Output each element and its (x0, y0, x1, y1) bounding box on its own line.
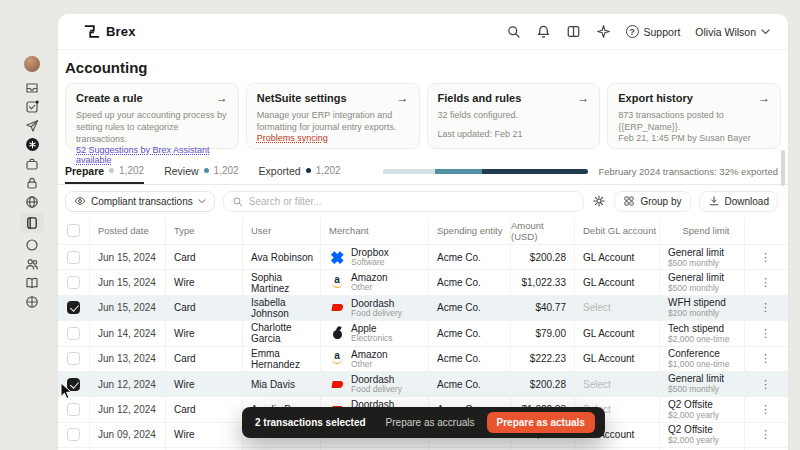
magnifier-icon (232, 196, 243, 207)
row-checkbox[interactable] (67, 403, 80, 416)
progress-caption: February 2024 transactions: 32% exported (598, 166, 778, 177)
search-input[interactable] (249, 196, 576, 207)
tab-exported[interactable]: Exported1,202 (259, 159, 341, 184)
limit-name: Tech stipend (668, 323, 724, 334)
kebab-menu-icon[interactable]: ⋮ (760, 353, 771, 364)
tab-prepare[interactable]: Prepare1,202 (65, 159, 144, 184)
card-export-history[interactable]: Export history→ 873 transactions posted … (607, 83, 781, 149)
arrow-right-icon[interactable]: → (397, 92, 409, 104)
notifications-bell-icon[interactable] (536, 24, 551, 39)
team-icon[interactable] (21, 256, 43, 271)
table-row[interactable]: Jun 14, 2024 Wire Charlotte Garcia Apple… (58, 321, 788, 346)
table-row[interactable]: Jun 12, 2024 Wire Mia Davis DoordashFood… (58, 372, 788, 397)
gl-account-select[interactable]: GL Account (575, 270, 660, 294)
row-checkbox[interactable] (67, 301, 80, 314)
filter-chip-label: Compliant transactions (91, 196, 193, 207)
merchant-cell: AmazonOther (321, 347, 429, 371)
tab-status-dot (109, 168, 114, 173)
gl-account-select[interactable]: Select (575, 372, 660, 396)
arrow-right-icon[interactable]: → (216, 92, 228, 104)
compliant-transactions-filter[interactable]: Compliant transactions (65, 191, 215, 212)
kebab-menu-icon[interactable]: ⋮ (760, 252, 771, 263)
actions-cell: ⋮ (745, 397, 786, 421)
table-row[interactable]: Jun 15, 2024 Card Isabella Johnson Doord… (58, 296, 788, 321)
type-cell: Card (166, 296, 243, 320)
send-icon[interactable] (21, 118, 43, 133)
search-filter-box[interactable] (223, 191, 585, 212)
column-debit-gl-account[interactable]: Debit GL account (575, 217, 660, 244)
spend-limit-cell: General limit$500 monthly (660, 372, 745, 396)
column-user[interactable]: User (243, 217, 321, 244)
globe-icon[interactable] (21, 194, 43, 209)
gl-account-select[interactable]: Select (575, 296, 660, 320)
briefcase-icon[interactable] (21, 156, 43, 171)
card-netsuite-settings[interactable]: NetSuite settings→ Manage your ERP integ… (246, 83, 420, 149)
ring-icon[interactable] (21, 237, 43, 252)
gl-account-select[interactable]: GL Account (575, 245, 660, 269)
kebab-menu-icon[interactable]: ⋮ (760, 404, 771, 415)
actions-cell: ⋮ (745, 423, 786, 447)
arrow-right-icon[interactable]: → (577, 92, 589, 104)
checkbox-cell (58, 372, 90, 396)
workspace-avatar-icon[interactable] (21, 137, 43, 152)
card-create-a-rule[interactable]: Create a rule→ Speed up your accounting … (65, 83, 239, 149)
column-type[interactable]: Type (166, 217, 243, 244)
problems-syncing-link[interactable]: Problems syncing (257, 133, 409, 143)
support-button[interactable]: ? Support (626, 25, 681, 38)
reader-icon[interactable] (566, 24, 581, 39)
user-avatar[interactable] (24, 56, 40, 72)
column-spending-entity[interactable]: Spending entity (429, 217, 511, 244)
gl-account-select[interactable]: GL Account (575, 321, 660, 345)
row-checkbox[interactable] (67, 276, 80, 289)
scrollbar-thumb[interactable] (781, 150, 785, 186)
tab-status-dot (306, 168, 311, 173)
column-spend-limit[interactable]: Spend limit (660, 217, 745, 244)
table-row[interactable]: Jun 15, 2024 Wire Sophia Martinez Amazon… (58, 270, 788, 295)
row-checkbox[interactable] (67, 352, 80, 365)
sparkle-icon[interactable] (596, 24, 611, 39)
progress-segment (435, 169, 482, 174)
table-row[interactable]: Jun 13, 2024 Card Emma Hernandez AmazonO… (58, 347, 788, 372)
kebab-menu-icon[interactable]: ⋮ (760, 328, 771, 339)
search-icon[interactable] (506, 24, 521, 39)
spend-limit-cell: Tech stipend$2,000 one-time (660, 321, 745, 345)
column-amount[interactable]: Amount (USD) (511, 217, 575, 244)
prepare-as-accruals-button[interactable]: Prepare as accruals (386, 417, 475, 428)
row-checkbox[interactable] (67, 428, 80, 441)
group-by-button[interactable]: Group by (614, 191, 690, 212)
limit-name: WFH stipend (668, 297, 726, 308)
column-merchant[interactable]: Merchant (321, 217, 429, 244)
limit-amount: $500 monthly (668, 259, 719, 268)
arrow-right-icon[interactable]: → (758, 92, 770, 104)
card-fields-and-rules[interactable]: Fields and rules→ 32 fields configured. … (427, 83, 601, 149)
row-checkbox[interactable] (67, 251, 80, 264)
row-checkbox[interactable] (67, 378, 80, 391)
brex-logo[interactable]: Brex (84, 24, 136, 39)
inbox-icon[interactable] (21, 80, 43, 95)
row-checkbox[interactable] (67, 327, 80, 340)
prepare-as-actuals-button[interactable]: Prepare as actuals (487, 412, 595, 433)
book-open-icon[interactable] (21, 275, 43, 290)
actions-cell: ⋮ (745, 372, 786, 396)
select-all-checkbox[interactable] (67, 224, 80, 237)
gl-account-select[interactable]: GL Account (575, 347, 660, 371)
posted-date-cell: Jun 13, 2024 (90, 347, 166, 371)
lock-icon[interactable] (21, 175, 43, 190)
tab-review[interactable]: Review1,202 (164, 159, 238, 184)
user-menu[interactable]: Olivia Wilson (695, 26, 770, 38)
grid-globe-icon[interactable] (21, 294, 43, 309)
type-cell: Card (166, 245, 243, 269)
table-settings-gear-icon[interactable] (592, 194, 606, 208)
column-posted-date[interactable]: Posted date (90, 217, 166, 244)
tasks-icon[interactable] (21, 99, 43, 114)
journal-icon[interactable] (20, 213, 44, 233)
kebab-menu-icon[interactable]: ⋮ (760, 302, 771, 313)
card-title: Export history (618, 92, 693, 104)
type-cell: Wire (166, 270, 243, 294)
kebab-menu-icon[interactable]: ⋮ (760, 429, 771, 440)
kebab-menu-icon[interactable]: ⋮ (760, 277, 771, 288)
kebab-menu-icon[interactable]: ⋮ (760, 379, 771, 390)
app-sidebar (14, 56, 50, 309)
download-button[interactable]: Download (699, 191, 778, 212)
table-row[interactable]: Jun 15, 2024 Card Ava Robinson DropboxSo… (58, 245, 788, 270)
